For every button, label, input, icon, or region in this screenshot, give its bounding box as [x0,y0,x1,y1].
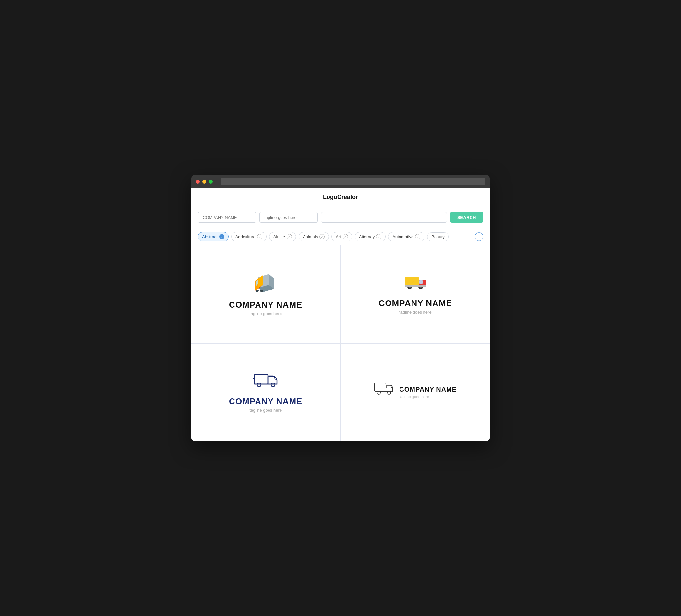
filter-label-beauty: Beauty [431,234,444,239]
logo-card-2[interactable]: → COMPANY NAME taglin [341,246,490,343]
filter-chip-attorney[interactable]: Attorney ✓ [355,232,385,241]
logo-company-name-4: COMPANY NAME [399,386,457,393]
svg-rect-12 [419,280,423,284]
check-icon-automotive: ✓ [415,234,420,239]
svg-rect-24 [375,383,386,391]
delivery-truck-icon: → [402,274,428,292]
check-icon-animals: ✓ [320,234,325,239]
logo-tagline-3: tagline goes here [249,408,282,413]
check-icon-abstract: ✓ [219,234,224,239]
logo-tagline-4: tagline goes here [399,394,457,399]
filter-label-airline: Airline [273,234,285,239]
check-icon-art: ✓ [343,234,348,239]
search-bar: SEARCH [191,207,490,228]
filter-chip-automotive[interactable]: Automotive ✓ [388,232,425,241]
traffic-light-yellow[interactable] [202,180,206,183]
logo-icon-2: → [402,274,428,293]
traffic-light-green[interactable] [209,180,213,183]
logo-card-4[interactable]: COMPANY NAME tagline goes here [341,344,490,441]
browser-window: LogoCreator SEARCH Abstract ✓ Agricultur… [191,175,490,441]
filter-chip-beauty[interactable]: Beauty [427,232,449,241]
logo-tagline-2: tagline goes here [399,310,432,314]
filter-bar: Abstract ✓ Agriculture ✓ Airline ✓ Anima… [191,228,490,246]
filter-label-automotive: Automotive [393,234,413,239]
check-icon-attorney: ✓ [376,234,381,239]
side-truck-icon [374,381,393,397]
filter-label-attorney: Attorney [359,234,375,239]
filter-label-art: Art [336,234,341,239]
outline-truck-icon [253,372,279,390]
filter-chip-agriculture[interactable]: Agriculture ✓ [231,232,267,241]
svg-point-7 [260,289,263,292]
svg-rect-18 [254,375,268,384]
logo-card-3[interactable]: COMPANY NAME tagline goes here [191,344,340,441]
address-bar[interactable] [221,178,485,185]
filter-next-arrow[interactable]: → [475,232,483,241]
logo-grid: COMPANY NAME tagline goes here → [191,246,490,441]
browser-titlebar [191,175,490,188]
filter-chip-airline[interactable]: Airline ✓ [269,232,296,241]
check-icon-airline: ✓ [287,234,292,239]
filter-chip-art[interactable]: Art ✓ [331,232,352,241]
logo-company-name-3: COMPANY NAME [229,396,302,407]
logo-company-name-2: COMPANY NAME [379,298,452,308]
browser-content: LogoCreator SEARCH Abstract ✓ Agricultur… [191,188,490,441]
extra-input[interactable] [321,212,447,223]
company-name-input[interactable] [198,212,256,223]
iso-truck-icon [253,272,279,293]
check-icon-agriculture: ✓ [257,234,262,239]
svg-point-6 [255,289,259,292]
filter-label-abstract: Abstract [202,234,218,239]
logo-icon-4 [374,381,393,399]
app-title: LogoCreator [323,194,358,200]
search-button[interactable]: SEARCH [450,212,483,223]
logo-tagline-1: tagline goes here [249,311,282,316]
app-header: LogoCreator [191,188,490,207]
filter-label-animals: Animals [303,234,318,239]
filter-chip-abstract[interactable]: Abstract ✓ [198,232,229,241]
tagline-input[interactable] [259,212,318,223]
logo-company-name-1: COMPANY NAME [229,300,302,310]
logo-icon-3 [253,372,279,391]
card4-text: COMPANY NAME tagline goes here [399,386,457,399]
logo-card-1[interactable]: COMPANY NAME tagline goes here [191,246,340,343]
filter-chip-animals[interactable]: Animals ✓ [299,232,329,241]
traffic-light-red[interactable] [196,180,200,183]
logo-icon-1 [253,272,279,295]
svg-text:→: → [409,279,415,284]
svg-rect-17 [405,285,426,287]
filter-label-agriculture: Agriculture [235,234,255,239]
